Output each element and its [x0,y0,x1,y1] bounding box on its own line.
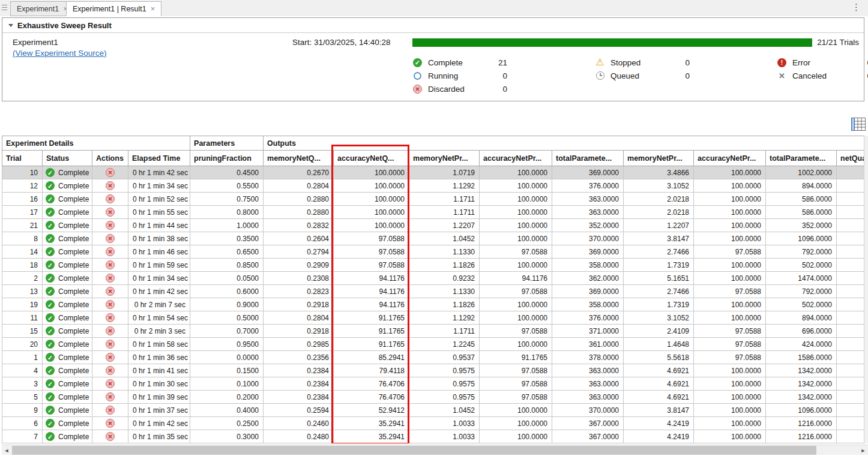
status-label: Complete [428,58,483,67]
table-row[interactable]: 15✓Complete✕0 hr 2 min 3 sec0.70000.2918… [2,325,864,338]
discarded-icon[interactable]: ✕ [106,247,115,256]
table-row[interactable]: 18✓Complete✕0 hr 1 min 59 sec0.85000.290… [2,259,864,272]
column-header-memorynetpr[interactable]: memoryNetPr... [624,151,694,166]
discarded-icon[interactable]: ✕ [106,353,115,362]
discarded-icon[interactable]: ✕ [106,194,115,203]
table-row[interactable]: 10✓Complete✕0 hr 1 min 42 sec0.45000.267… [2,166,864,179]
value-cell: 0.2823 [264,285,334,298]
column-header-accuracynetq[interactable]: accuracyNetQ... [334,151,409,166]
discarded-icon[interactable]: ✕ [106,208,115,217]
tab-list-menu-icon[interactable] [2,3,8,11]
column-header-totalparamete[interactable]: totalParamete... [552,151,624,166]
column-header-memorynetpr[interactable]: memoryNetPr... [409,151,480,166]
discarded-icon[interactable]: ✕ [106,234,115,243]
discarded-icon[interactable]: ✕ [106,379,115,388]
discarded-icon[interactable]: ✕ [106,181,115,190]
discard-trial-action-cell[interactable]: ✕ [92,179,128,193]
table-row[interactable]: 17✓Complete✕0 hr 1 min 55 sec0.80000.288… [2,206,864,219]
table-row[interactable]: 7✓Complete✕0 hr 1 min 35 sec0.30000.2480… [2,430,864,443]
start-timestamp: Start: 31/03/2025, 14:40:28 [292,38,391,47]
discarded-icon[interactable]: ✕ [106,326,115,335]
table-row[interactable]: 2✓Complete✕0 hr 1 min 34 sec0.05000.2308… [2,272,864,285]
discarded-icon[interactable]: ✕ [106,406,115,415]
table-row[interactable]: 13✓Complete✕0 hr 1 min 42 sec0.60000.282… [2,285,864,298]
discard-trial-action-cell[interactable]: ✕ [92,285,128,298]
column-header-actions[interactable]: Actions [92,151,128,166]
discarded-icon[interactable]: ✕ [106,168,115,177]
value-cell: 91.1765 [334,311,409,325]
discarded-icon[interactable]: ✕ [106,300,115,309]
table-row[interactable]: 3✓Complete✕0 hr 1 min 30 sec0.10000.2384… [2,377,864,391]
column-header-netqua[interactable]: netQua [837,151,864,166]
discarded-icon[interactable]: ✕ [106,221,115,230]
discard-trial-action-cell[interactable]: ✕ [92,259,128,272]
view-experiment-source-link[interactable]: (View Experiment Source) [13,49,107,58]
discard-trial-action-cell[interactable]: ✕ [92,391,128,404]
scroll-left-arrow-icon[interactable]: ◄ [2,445,11,455]
discarded-icon[interactable]: ✕ [106,340,115,349]
discard-trial-action-cell[interactable]: ✕ [92,245,128,259]
discarded-icon[interactable]: ✕ [106,419,115,428]
table-row[interactable]: 16✓Complete✕0 hr 1 min 52 sec0.75000.288… [2,193,864,206]
discard-trial-action-cell[interactable]: ✕ [92,298,128,311]
discarded-icon[interactable]: ✕ [106,274,115,283]
horizontal-scrollbar[interactable]: ◄ ► [2,445,868,455]
table-row[interactable]: 11✓Complete✕0 hr 1 min 54 sec0.50000.280… [2,311,864,325]
more-options-icon[interactable]: ⋮ [852,2,861,13]
table-row[interactable]: 1✓Complete✕0 hr 1 min 36 sec0.00000.2356… [2,351,864,364]
column-header-pruningfraction[interactable]: pruningFraction [190,151,264,166]
table-row[interactable]: 8✓Complete✕0 hr 1 min 38 sec0.35000.2604… [2,232,864,245]
table-row[interactable]: 20✓Complete✕0 hr 1 min 58 sec0.95000.298… [2,338,864,351]
column-header-trial[interactable]: Trial [2,151,43,166]
column-header-memorynetq[interactable]: memoryNetQ... [264,151,334,166]
table-row[interactable]: 5✓Complete✕0 hr 1 min 39 sec0.20000.2384… [2,391,864,404]
discard-trial-action-cell[interactable]: ✕ [92,404,128,417]
discard-trial-action-cell[interactable]: ✕ [92,364,128,377]
discard-trial-action-cell[interactable]: ✕ [92,193,128,206]
table-row[interactable]: 12✓Complete✕0 hr 1 min 34 sec0.55000.280… [2,179,864,193]
status-cell: ✓Complete [43,391,92,404]
value-cell: 363.0000 [552,391,624,404]
vertical-scrollbar[interactable] [864,136,868,443]
discarded-icon[interactable]: ✕ [106,287,115,296]
discard-trial-action-cell[interactable]: ✕ [92,219,128,232]
column-header-elapsedtime[interactable]: Elapsed Time [128,151,190,166]
discard-trial-action-cell[interactable]: ✕ [92,377,128,391]
panel-header[interactable]: Exhaustive Sweep Result [2,18,864,33]
table-row[interactable]: 14✓Complete✕0 hr 1 min 46 sec0.65000.279… [2,245,864,259]
discarded-icon[interactable]: ✕ [106,366,115,375]
column-header-accuracynetpr[interactable]: accuracyNetPr... [480,151,552,166]
horizontal-scrollbar-thumb[interactable] [12,446,816,455]
discard-trial-action-cell[interactable]: ✕ [92,338,128,351]
tab-experiment1[interactable]: Experiment1 × [10,1,74,16]
table-view-icon[interactable] [851,118,866,131]
value-cell: 97.0588 [480,391,552,404]
discarded-icon[interactable]: ✕ [106,260,115,269]
table-row[interactable]: 19✓Complete✕0 hr 2 min 7 sec0.90000.2918… [2,298,864,311]
discard-trial-action-cell[interactable]: ✕ [92,166,128,179]
discard-trial-action-cell[interactable]: ✕ [92,311,128,325]
discard-trial-action-cell[interactable]: ✕ [92,325,128,338]
column-header-status[interactable]: Status [43,151,92,166]
scroll-right-arrow-icon[interactable]: ► [858,445,868,455]
table-row[interactable]: 4✓Complete✕0 hr 1 min 41 sec0.15000.2384… [2,364,864,377]
discard-trial-action-cell[interactable]: ✕ [92,351,128,364]
discard-trial-action-cell[interactable]: ✕ [92,417,128,430]
tab-close-icon[interactable]: × [151,5,155,13]
column-header-accuracynetpr[interactable]: accuracyNetPr... [694,151,766,166]
value-cell: 1342.0000 [766,377,837,391]
discard-trial-action-cell[interactable]: ✕ [92,206,128,219]
discard-trial-action-cell[interactable]: ✕ [92,272,128,285]
table-row[interactable]: 6✓Complete✕0 hr 1 min 42 sec0.25000.2460… [2,417,864,430]
tab-experiment1-result1[interactable]: Experiment1 | Result1 × [66,1,161,16]
discard-trial-action-cell[interactable]: ✕ [92,430,128,443]
discarded-icon[interactable]: ✕ [106,392,115,401]
value-cell: 367.0000 [552,430,624,443]
table-row[interactable]: 9✓Complete✕0 hr 1 min 37 sec0.40000.2594… [2,404,864,417]
discarded-icon[interactable]: ✕ [106,313,115,322]
discard-trial-action-cell[interactable]: ✕ [92,232,128,245]
discarded-icon[interactable]: ✕ [106,432,115,441]
table-row[interactable]: 21✓Complete✕0 hr 1 min 44 sec1.00000.283… [2,219,864,232]
column-header-totalparamete[interactable]: totalParamete... [766,151,837,166]
collapse-caret-icon[interactable] [8,24,13,27]
